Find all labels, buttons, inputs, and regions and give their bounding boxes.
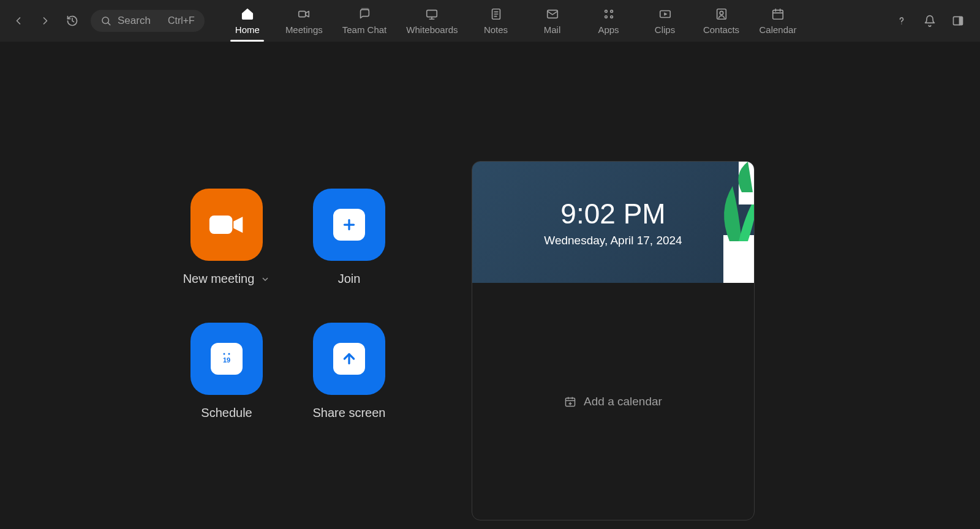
- schedule-button[interactable]: 19 Schedule: [165, 323, 288, 420]
- svg-point-31: [224, 353, 225, 355]
- share-tile: [313, 323, 385, 395]
- tab-team-chat[interactable]: Team Chat: [333, 0, 397, 42]
- svg-line-1: [108, 23, 110, 24]
- clock-time: 9:02 PM: [560, 197, 665, 230]
- schedule-day: 19: [223, 356, 230, 364]
- share-label: Share screen: [313, 406, 386, 420]
- new-meeting-label: New meeting: [183, 272, 255, 286]
- join-label: Join: [338, 272, 361, 286]
- sidebar-toggle-button[interactable]: [946, 9, 970, 33]
- svg-point-32: [228, 353, 230, 355]
- schedule-tile: 19: [190, 323, 263, 395]
- plus-icon: [341, 217, 357, 233]
- svg-rect-28: [209, 216, 233, 234]
- svg-rect-27: [960, 17, 963, 24]
- search-icon: [100, 15, 111, 26]
- svg-point-12: [605, 10, 607, 12]
- apps-icon: [602, 7, 616, 21]
- join-tile: [313, 189, 385, 261]
- join-button[interactable]: Join: [288, 189, 410, 286]
- svg-point-13: [610, 10, 612, 12]
- history-icon: [66, 15, 78, 27]
- bell-icon: [924, 15, 936, 27]
- notes-icon: [489, 7, 503, 21]
- search-shortcut: Ctrl+F: [168, 15, 195, 26]
- nav-back-button[interactable]: [6, 9, 31, 33]
- topbar-right: [889, 9, 970, 33]
- arrow-up-icon: [341, 351, 357, 367]
- chat-icon: [358, 7, 371, 21]
- svg-point-19: [720, 11, 723, 15]
- mail-icon: [546, 7, 559, 21]
- tab-label: Whiteboards: [406, 24, 458, 35]
- tab-calendar[interactable]: Calendar: [750, 0, 807, 42]
- plant-decoration: [680, 162, 754, 283]
- video-camera-icon: [208, 212, 245, 238]
- video-icon: [297, 7, 311, 21]
- new-meeting-button[interactable]: New meeting: [165, 189, 288, 286]
- topbar: Search Ctrl+F HomeMeetingsTeam ChatWhite…: [0, 0, 980, 42]
- main-content: New meeting Join 19: [0, 42, 980, 529]
- tab-contacts[interactable]: Contacts: [693, 0, 750, 42]
- svg-rect-4: [427, 10, 437, 17]
- tab-label: Home: [235, 24, 260, 35]
- calendar-panel: 9:02 PM Wednesday, April 17, 2024 Add a …: [472, 161, 755, 520]
- search-input[interactable]: Search Ctrl+F: [91, 10, 205, 32]
- tab-label: Team Chat: [342, 24, 387, 35]
- help-button[interactable]: [889, 9, 914, 33]
- share-screen-button[interactable]: Share screen: [288, 323, 410, 420]
- panel-right-icon: [952, 15, 964, 27]
- calendar-icon: 19: [219, 351, 235, 367]
- tab-label: Clips: [655, 24, 675, 35]
- search-placeholder: Search: [118, 15, 151, 27]
- tab-label: Calendar: [760, 24, 797, 35]
- contacts-icon: [715, 7, 728, 21]
- clips-icon: [658, 7, 672, 21]
- svg-point-14: [605, 15, 607, 18]
- tab-notes[interactable]: Notes: [468, 0, 524, 42]
- tab-label: Mail: [544, 24, 561, 35]
- svg-rect-34: [723, 235, 754, 283]
- tab-whiteboards[interactable]: Whiteboards: [396, 0, 467, 42]
- tab-label: Contacts: [703, 24, 739, 35]
- tab-home[interactable]: Home: [219, 0, 276, 42]
- tab-label: Apps: [598, 24, 619, 35]
- tab-clips[interactable]: Clips: [637, 0, 693, 42]
- history-button[interactable]: [60, 9, 85, 33]
- svg-rect-20: [773, 10, 783, 19]
- tab-label: Notes: [484, 24, 508, 35]
- chevron-down-icon[interactable]: [260, 274, 270, 284]
- add-calendar-button[interactable]: Add a calendar: [472, 283, 754, 520]
- notifications-button[interactable]: [918, 9, 942, 33]
- svg-marker-17: [664, 12, 668, 16]
- tab-apps[interactable]: Apps: [581, 0, 637, 42]
- nav-tabs: HomeMeetingsTeam ChatWhiteboardsNotesMai…: [219, 0, 807, 42]
- calendar-add-icon: [564, 396, 576, 408]
- clock-header: 9:02 PM Wednesday, April 17, 2024: [472, 162, 754, 283]
- new-meeting-tile: [190, 189, 263, 261]
- whiteboard-icon: [425, 7, 439, 21]
- home-icon: [241, 7, 254, 21]
- tab-meetings[interactable]: Meetings: [276, 0, 333, 42]
- home-actions: New meeting Join 19: [165, 189, 410, 529]
- nav-forward-button[interactable]: [33, 9, 58, 33]
- tab-mail[interactable]: Mail: [524, 0, 581, 42]
- chevron-right-icon: [39, 15, 51, 27]
- help-icon: [895, 15, 908, 27]
- tab-label: Meetings: [285, 24, 323, 35]
- add-calendar-label: Add a calendar: [584, 395, 662, 408]
- svg-point-15: [610, 15, 612, 18]
- clock-date: Wednesday, April 17, 2024: [544, 234, 682, 247]
- svg-rect-2: [299, 11, 306, 17]
- chevron-left-icon: [12, 15, 24, 27]
- calendar-icon: [771, 7, 785, 21]
- svg-marker-3: [306, 11, 309, 17]
- schedule-label: Schedule: [201, 406, 252, 420]
- svg-point-24: [901, 23, 902, 24]
